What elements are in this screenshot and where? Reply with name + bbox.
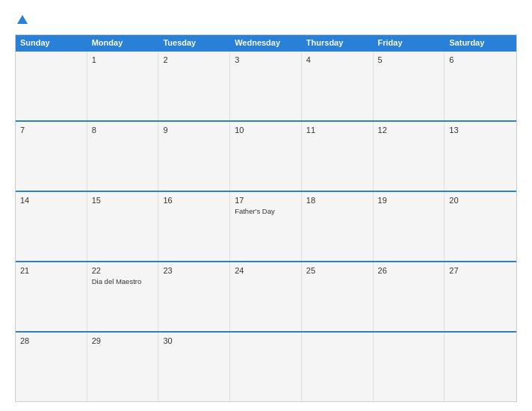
week-row-2: 78910111213 bbox=[16, 120, 516, 191]
week-row-5: 282930 bbox=[16, 331, 516, 401]
day-number: 13 bbox=[449, 125, 512, 135]
day-cell: 7 bbox=[16, 122, 87, 191]
day-header-thursday: Thursday bbox=[302, 35, 374, 50]
day-number: 4 bbox=[306, 55, 368, 65]
day-number: 21 bbox=[20, 265, 82, 276]
day-number: 6 bbox=[449, 55, 512, 65]
day-cell: 6 bbox=[445, 52, 516, 120]
day-cell: 27 bbox=[445, 262, 516, 331]
day-cell: 22Dia del Maestro bbox=[87, 262, 159, 331]
day-number: 22 bbox=[92, 265, 154, 276]
day-cell bbox=[374, 333, 445, 401]
day-event: Dia del Maestro bbox=[92, 277, 154, 285]
day-cell bbox=[230, 333, 302, 401]
day-number: 12 bbox=[378, 125, 440, 135]
day-cell: 26 bbox=[374, 262, 445, 331]
day-cell bbox=[16, 52, 87, 120]
day-number: 17 bbox=[235, 195, 297, 206]
day-number: 5 bbox=[378, 55, 440, 65]
day-cell: 2 bbox=[158, 52, 230, 120]
week-row-4: 2122Dia del Maestro2324252627 bbox=[16, 261, 516, 331]
day-number: 18 bbox=[306, 195, 368, 206]
weeks-container: 1234567891011121314151617Father's Day181… bbox=[16, 50, 516, 401]
week-row-3: 14151617Father's Day181920 bbox=[16, 191, 516, 261]
day-number: 14 bbox=[20, 195, 82, 206]
day-cell: 17Father's Day bbox=[230, 192, 302, 261]
day-header-tuesday: Tuesday bbox=[158, 35, 230, 50]
day-cell: 11 bbox=[302, 122, 374, 191]
day-number: 20 bbox=[449, 195, 512, 206]
day-cell: 24 bbox=[230, 262, 302, 331]
day-cell: 21 bbox=[16, 262, 87, 331]
day-number: 25 bbox=[306, 265, 368, 276]
day-number: 27 bbox=[449, 265, 512, 276]
day-number: 10 bbox=[235, 125, 297, 135]
day-number: 24 bbox=[235, 265, 297, 276]
day-cell: 1 bbox=[87, 52, 159, 120]
day-cell: 15 bbox=[87, 192, 159, 261]
day-number: 30 bbox=[163, 336, 225, 346]
svg-marker-0 bbox=[17, 15, 28, 24]
day-header-monday: Monday bbox=[87, 35, 159, 50]
day-cell: 30 bbox=[158, 333, 230, 401]
header bbox=[15, 13, 517, 27]
day-number: 11 bbox=[306, 125, 368, 135]
day-cell: 5 bbox=[374, 52, 445, 120]
day-header-friday: Friday bbox=[374, 35, 445, 50]
day-number: 15 bbox=[92, 195, 154, 206]
day-number: 28 bbox=[20, 336, 82, 346]
day-cell bbox=[445, 333, 516, 401]
day-cell: 14 bbox=[16, 192, 87, 261]
day-cell: 3 bbox=[230, 52, 302, 120]
day-cell: 25 bbox=[302, 262, 374, 331]
day-headers-row: SundayMondayTuesdayWednesdayThursdayFrid… bbox=[16, 35, 516, 50]
day-number: 9 bbox=[163, 125, 225, 135]
week-row-1: 123456 bbox=[16, 50, 516, 120]
day-number: 26 bbox=[378, 265, 440, 276]
day-cell: 16 bbox=[158, 192, 230, 261]
day-cell: 20 bbox=[445, 192, 516, 261]
day-number: 16 bbox=[163, 195, 225, 206]
day-cell bbox=[302, 333, 374, 401]
day-cell: 19 bbox=[374, 192, 445, 261]
logo-icon bbox=[16, 13, 29, 27]
day-number: 2 bbox=[163, 55, 225, 65]
calendar-page: SundayMondayTuesdayWednesdayThursdayFrid… bbox=[0, 0, 532, 411]
day-event: Father's Day bbox=[235, 207, 297, 215]
day-number: 8 bbox=[92, 125, 154, 135]
day-header-saturday: Saturday bbox=[445, 35, 516, 50]
day-cell: 29 bbox=[87, 333, 159, 401]
day-header-wednesday: Wednesday bbox=[230, 35, 302, 50]
day-cell: 9 bbox=[158, 122, 230, 191]
day-number: 1 bbox=[92, 55, 154, 65]
day-number: 23 bbox=[163, 265, 225, 276]
day-header-sunday: Sunday bbox=[16, 35, 87, 50]
day-cell: 8 bbox=[87, 122, 159, 191]
logo bbox=[15, 13, 29, 27]
day-cell: 28 bbox=[16, 333, 87, 401]
day-cell: 12 bbox=[374, 122, 445, 191]
day-number: 19 bbox=[378, 195, 440, 206]
day-number: 7 bbox=[20, 125, 82, 135]
day-number: 3 bbox=[235, 55, 297, 65]
day-cell: 23 bbox=[158, 262, 230, 331]
day-cell: 4 bbox=[302, 52, 374, 120]
calendar-grid: SundayMondayTuesdayWednesdayThursdayFrid… bbox=[15, 34, 517, 402]
day-cell: 18 bbox=[302, 192, 374, 261]
day-cell: 13 bbox=[445, 122, 516, 191]
day-cell: 10 bbox=[230, 122, 302, 191]
day-number: 29 bbox=[92, 336, 154, 346]
